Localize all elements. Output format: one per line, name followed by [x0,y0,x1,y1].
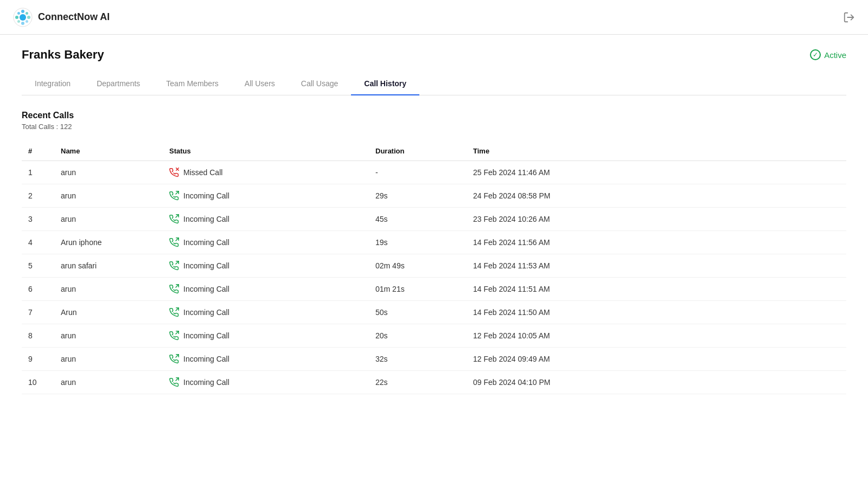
cell-name: arun [54,348,163,371]
main-content: Franks Bakery ✓ Active IntegrationDepart… [0,35,868,407]
svg-point-4 [15,16,18,19]
table-header: # Name Status Duration Time [22,142,846,161]
tab-team-members[interactable]: Team Members [153,73,231,95]
cell-duration: 01m 21s [369,278,467,301]
missed-call-icon [169,168,179,177]
status-label: Incoming Call [183,308,229,317]
svg-line-15 [176,238,178,241]
cell-duration: 45s [369,208,467,231]
active-status-badge: ✓ Active [810,49,846,60]
cell-time: 12 Feb 2024 10:05 AM [467,324,846,348]
cell-num: 5 [22,254,54,278]
cell-num: 6 [22,278,54,301]
col-header-name: Name [54,142,163,161]
tab-integration[interactable]: Integration [22,73,84,95]
cell-time: 23 Feb 2024 10:26 AM [467,208,846,231]
cell-status: Incoming Call [163,371,369,394]
cell-duration: 32s [369,348,467,371]
svg-point-7 [25,20,28,23]
tabs-nav: IntegrationDepartmentsTeam MembersAll Us… [22,73,846,95]
svg-line-18 [176,308,178,311]
cell-time: 14 Feb 2024 11:53 AM [467,254,846,278]
svg-point-1 [20,14,26,21]
col-header-status: Status [163,142,369,161]
table-row: 5 arun safari Incoming Call 02m 49s 14 F… [22,254,846,278]
cell-name: arun [54,184,163,208]
tab-departments[interactable]: Departments [84,73,153,95]
cell-status: Incoming Call [163,278,369,301]
cell-status: Incoming Call [163,184,369,208]
cell-num: 9 [22,348,54,371]
cell-status: Incoming Call [163,324,369,348]
incoming-call-icon [169,307,179,317]
cell-time: 09 Feb 2024 04:10 PM [467,371,846,394]
svg-point-9 [17,20,20,23]
call-history-table: # Name Status Duration Time 1 arun Misse… [22,142,846,394]
cell-name: Arun [54,301,163,324]
cell-num: 3 [22,208,54,231]
svg-point-3 [21,22,24,25]
cell-status: Incoming Call [163,254,369,278]
cell-duration: 29s [369,184,467,208]
cell-num: 8 [22,324,54,348]
incoming-call-icon [169,331,179,341]
cell-name: arun [54,278,163,301]
table-row: 8 arun Incoming Call 20s 12 Feb 2024 10:… [22,324,846,348]
svg-line-17 [176,285,178,287]
cell-name: arun [54,371,163,394]
status-label: Incoming Call [183,261,229,270]
incoming-call-icon [169,191,179,201]
checkmark-icon: ✓ [813,52,818,58]
header-actions [843,11,855,23]
cell-name: arun [54,161,163,184]
tab-all-users[interactable]: All Users [232,73,288,95]
svg-point-5 [27,16,30,19]
cell-duration: 22s [369,371,467,394]
cell-status: Incoming Call [163,208,369,231]
logo-icon [13,8,33,27]
page-title: Franks Bakery [22,48,104,62]
cell-duration: 02m 49s [369,254,467,278]
incoming-call-icon [169,377,179,387]
cell-status: Missed Call [163,161,369,184]
incoming-call-icon [169,284,179,294]
incoming-call-icon [169,354,179,364]
active-circle-icon: ✓ [810,49,821,60]
svg-line-13 [176,191,178,194]
incoming-call-icon [169,237,179,247]
tab-call-history[interactable]: Call History [351,73,419,95]
col-header-time: Time [467,142,846,161]
cell-status: Incoming Call [163,348,369,371]
cell-duration: - [369,161,467,184]
cell-num: 2 [22,184,54,208]
col-header-duration: Duration [369,142,467,161]
status-label: Incoming Call [183,238,229,247]
cell-num: 7 [22,301,54,324]
svg-line-19 [176,331,178,334]
table-row: 10 arun Incoming Call 22s 09 Feb 2024 04… [22,371,846,394]
svg-point-8 [25,12,28,15]
cell-num: 10 [22,371,54,394]
svg-line-16 [176,261,178,264]
cell-time: 14 Feb 2024 11:51 AM [467,278,846,301]
cell-time: 25 Feb 2024 11:46 AM [467,161,846,184]
cell-time: 14 Feb 2024 11:56 AM [467,231,846,254]
cell-name: arun safari [54,254,163,278]
active-label: Active [824,50,846,60]
status-label: Missed Call [183,168,222,177]
section-title: Recent Calls [22,111,846,120]
table-body: 1 arun Missed Call - 25 Feb 2024 11:46 A… [22,161,846,394]
cell-duration: 50s [369,301,467,324]
logo-area: ConnectNow AI [13,8,110,27]
table-row: 4 Arun iphone Incoming Call 19s 14 Feb 2… [22,231,846,254]
status-label: Incoming Call [183,285,229,293]
cell-status: Incoming Call [163,301,369,324]
svg-point-2 [21,10,24,13]
header: ConnectNow AI [0,0,868,35]
table-row: 1 arun Missed Call - 25 Feb 2024 11:46 A… [22,161,846,184]
logout-icon[interactable] [843,11,855,23]
tab-call-usage[interactable]: Call Usage [288,73,351,95]
cell-duration: 19s [369,231,467,254]
table-row: 2 arun Incoming Call 29s 24 Feb 2024 08:… [22,184,846,208]
status-label: Incoming Call [183,378,229,387]
